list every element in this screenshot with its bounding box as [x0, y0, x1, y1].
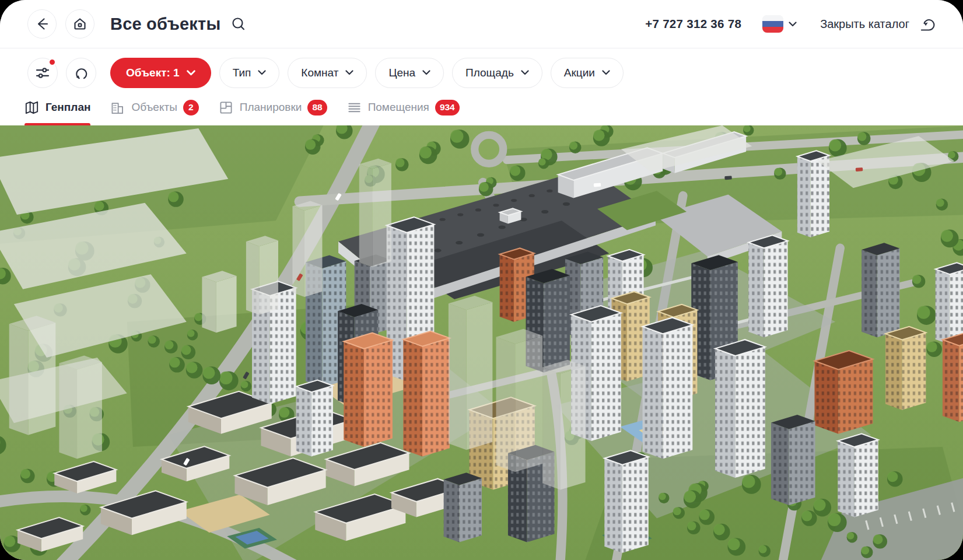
buildings-icon — [110, 100, 125, 115]
back-arrow-icon — [34, 16, 50, 32]
controls-panel: Объект: 1 Тип Комнат Цена Площадь Акции — [0, 48, 963, 125]
filter-row: Объект: 1 Тип Комнат Цена Площадь Акции — [0, 48, 963, 88]
tab-objects[interactable]: Объекты 2 — [110, 89, 198, 125]
tab-genplan-label: Генплан — [45, 101, 90, 114]
phone-number[interactable]: +7 727 312 36 78 — [645, 17, 741, 31]
tab-genplan[interactable]: Генплан — [24, 89, 90, 125]
tab-layouts-label: Планировки — [240, 101, 302, 114]
rooms-dropdown[interactable]: Комнат — [288, 58, 367, 88]
chevron-down-icon — [258, 70, 266, 75]
floorplan-icon — [219, 100, 233, 115]
search-button[interactable] — [231, 16, 246, 32]
close-catalog-button[interactable]: Закрыть каталог — [820, 15, 937, 33]
area-dropdown-label: Площадь — [465, 66, 514, 79]
chevron-down-icon — [789, 22, 797, 27]
object-filter-dropdown[interactable]: Объект: 1 — [110, 58, 211, 88]
promotions-dropdown-label: Акции — [564, 66, 595, 79]
chevron-down-icon — [345, 70, 353, 75]
tab-premises[interactable]: Помещения 934 — [347, 89, 460, 125]
tab-layouts[interactable]: Планировки 88 — [219, 89, 327, 125]
object-filter-label: Объект: 1 — [126, 66, 180, 79]
top-bar: Все объекты +7 727 312 36 78 Закрыть кат… — [0, 0, 963, 48]
price-dropdown-label: Цена — [388, 66, 415, 79]
type-dropdown[interactable]: Тип — [219, 58, 280, 88]
undo-icon — [919, 15, 937, 33]
type-dropdown-label: Тип — [233, 66, 251, 79]
chevron-down-icon — [187, 70, 195, 76]
chevron-down-icon — [602, 70, 610, 75]
home-button[interactable] — [65, 9, 94, 38]
tab-premises-badge: 934 — [435, 100, 460, 116]
search-icon — [231, 16, 246, 32]
genplan-render — [0, 125, 963, 560]
promotions-dropdown[interactable]: Акции — [551, 58, 624, 88]
tab-premises-label: Помещения — [368, 101, 429, 114]
page-title: Все объекты — [110, 15, 220, 34]
filters-button[interactable] — [27, 58, 58, 88]
price-dropdown[interactable]: Цена — [375, 58, 444, 88]
view-tabs: Генплан Объекты 2 Планировки 88 — [0, 89, 963, 125]
reset-filters-button[interactable] — [66, 58, 96, 88]
tab-layouts-badge: 88 — [307, 100, 327, 116]
map-icon — [24, 100, 39, 115]
russia-flag-icon — [762, 15, 783, 33]
notification-dot — [48, 58, 56, 66]
close-catalog-label: Закрыть каталог — [820, 18, 909, 31]
catalog-window: Все объекты +7 727 312 36 78 Закрыть кат… — [0, 0, 963, 560]
tab-objects-label: Объекты — [131, 101, 177, 114]
language-selector[interactable] — [762, 15, 797, 33]
area-dropdown[interactable]: Площадь — [452, 58, 542, 88]
list-icon — [347, 100, 362, 115]
sliders-icon — [34, 65, 51, 81]
chevron-down-icon — [422, 70, 430, 75]
topbar-right: +7 727 312 36 78 Закрыть каталог — [645, 15, 937, 33]
rooms-dropdown-label: Комнат — [301, 66, 338, 79]
chevron-down-icon — [521, 70, 529, 75]
back-button[interactable] — [27, 9, 57, 38]
home-icon — [72, 16, 87, 32]
tab-objects-badge: 2 — [183, 100, 199, 116]
masterplan-3d-view[interactable] — [0, 125, 963, 560]
refresh-icon — [72, 64, 90, 82]
